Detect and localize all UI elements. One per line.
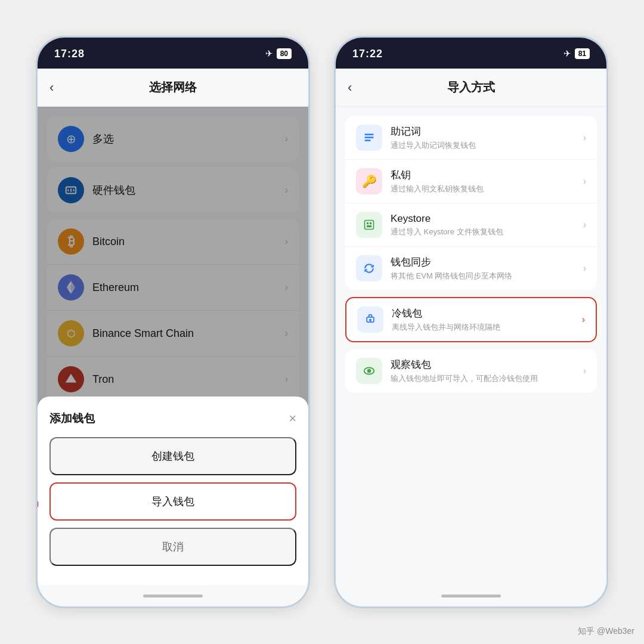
sync-name: 钱包同步 xyxy=(391,255,583,269)
bottom-sheet: 添加钱包 × 创建钱包 导入钱包 ➜ 取消 xyxy=(38,397,308,585)
battery-right: 81 xyxy=(575,48,590,59)
import-item-watch[interactable]: 观察钱包 输入钱包地址即可导入，可配合冷钱包使用 › xyxy=(345,349,597,392)
svg-rect-18 xyxy=(367,225,371,227)
coldwallet-name: 冷钱包 xyxy=(392,306,582,320)
chevron-privatekey: › xyxy=(583,176,586,187)
chevron-watchonly: › xyxy=(583,366,586,376)
phone-left: 17:28 ✈ 80 ‹ 选择网络 ⊕ 多选 › 硬件钱包 › xyxy=(36,36,310,608)
svg-rect-17 xyxy=(370,222,371,224)
chevron-keystore: › xyxy=(583,219,586,230)
phone-right: 17:22 ✈ 81 ‹ 导入方式 助记词 通过导入助记词恢复钱包 xyxy=(334,36,608,608)
coldwallet-text: 冷钱包 离线导入钱包并与网络环境隔绝 xyxy=(392,306,582,333)
mnemonic-text: 助记词 通过导入助记词恢复钱包 xyxy=(391,125,583,151)
back-button-right[interactable]: ‹ xyxy=(348,80,352,95)
status-bar-left: 17:28 ✈ 80 xyxy=(38,38,308,69)
svg-rect-14 xyxy=(365,140,371,141)
sync-icon xyxy=(356,255,382,281)
watchonly-text: 观察钱包 输入钱包地址即可导入，可配合冷钱包使用 xyxy=(391,358,583,384)
cold-wallet-inner: 冷钱包 离线导入钱包并与网络环境隔绝 › xyxy=(346,298,596,341)
bottom-sheet-header: 添加钱包 × xyxy=(49,411,296,426)
mnemonic-name: 助记词 xyxy=(391,125,583,138)
mnemonic-desc: 通过导入助记词恢复钱包 xyxy=(391,140,583,151)
keystore-text: Keystore 通过导入 Keystore 文件恢复钱包 xyxy=(391,213,583,237)
status-icons-right: ✈ 81 xyxy=(564,48,590,59)
privatekey-name: 私钥 xyxy=(391,168,583,182)
cold-wallet-item[interactable]: 冷钱包 离线导入钱包并与网络环境隔绝 › xyxy=(345,297,597,342)
import-item-keystore[interactable]: Keystore 通过导入 Keystore 文件恢复钱包 › xyxy=(345,203,597,247)
red-arrow-cold: ➜ xyxy=(336,320,342,340)
sync-text: 钱包同步 将其他 EVM 网络钱包同步至本网络 xyxy=(391,255,583,281)
import-wallet-button[interactable]: 导入钱包 xyxy=(49,482,296,521)
page-title-left: 选择网络 xyxy=(149,79,197,95)
watchonly-icon xyxy=(356,358,382,384)
battery-left: 80 xyxy=(277,48,292,59)
import-item-privatekey[interactable]: 🔑 私钥 通过输入明文私钥恢复钱包 › xyxy=(345,160,597,203)
page-header-right: ‹ 导入方式 xyxy=(336,69,606,107)
coldwallet-icon xyxy=(357,306,383,333)
home-indicator-right xyxy=(441,595,501,597)
bottom-sheet-title: 添加钱包 xyxy=(49,411,95,426)
home-bar-left xyxy=(38,585,308,606)
screen-content-right: 助记词 通过导入助记词恢复钱包 › 🔑 私钥 通过输入明文私钥恢复钱包 › xyxy=(336,107,606,585)
privatekey-text: 私钥 通过输入明文私钥恢复钱包 xyxy=(391,168,583,194)
svg-rect-15 xyxy=(365,221,374,230)
svg-rect-16 xyxy=(367,222,369,224)
bottom-sheet-overlay: 添加钱包 × 创建钱包 导入钱包 ➜ 取消 xyxy=(38,107,308,585)
page-header-left: ‹ 选择网络 xyxy=(38,69,308,107)
keystore-icon xyxy=(356,212,382,238)
watermark: 知乎 @Web3er xyxy=(578,626,634,637)
import-list: 助记词 通过导入助记词恢复钱包 › 🔑 私钥 通过输入明文私钥恢复钱包 › xyxy=(336,107,606,402)
svg-point-20 xyxy=(370,320,371,321)
svg-point-22 xyxy=(368,370,371,373)
privatekey-desc: 通过输入明文私钥恢复钱包 xyxy=(391,184,583,194)
home-bar-right xyxy=(336,585,606,606)
keystore-name: Keystore xyxy=(391,213,583,225)
watch-wallet-group: 观察钱包 输入钱包地址即可导入，可配合冷钱包使用 › xyxy=(345,349,597,392)
close-button[interactable]: × xyxy=(289,411,296,426)
svg-rect-13 xyxy=(365,137,374,138)
watchonly-desc: 输入钱包地址即可导入，可配合冷钱包使用 xyxy=(391,373,583,384)
time-left: 17:28 xyxy=(54,48,85,60)
privatekey-icon: 🔑 xyxy=(356,168,382,194)
time-right: 17:22 xyxy=(352,48,383,60)
sync-desc: 将其他 EVM 网络钱包同步至本网络 xyxy=(391,271,583,281)
keystore-desc: 通过导入 Keystore 文件恢复钱包 xyxy=(391,227,583,237)
status-bar-right: 17:22 ✈ 81 xyxy=(336,38,606,69)
red-arrow-import: ➜ xyxy=(38,492,46,514)
home-indicator-left xyxy=(143,595,203,597)
chevron-sync: › xyxy=(583,263,586,274)
import-group-1: 助记词 通过导入助记词恢复钱包 › 🔑 私钥 通过输入明文私钥恢复钱包 › xyxy=(345,116,597,290)
page-title-right: 导入方式 xyxy=(447,79,495,95)
cold-wallet-container: 冷钱包 离线导入钱包并与网络环境隔绝 › ➜ xyxy=(345,297,597,342)
watchonly-name: 观察钱包 xyxy=(391,358,583,371)
import-item-sync[interactable]: 钱包同步 将其他 EVM 网络钱包同步至本网络 › xyxy=(345,247,597,290)
import-item-mnemonic[interactable]: 助记词 通过导入助记词恢复钱包 › xyxy=(345,116,597,160)
chevron-mnemonic: › xyxy=(583,132,586,143)
airplane-icon-right: ✈ xyxy=(564,48,571,59)
create-wallet-button[interactable]: 创建钱包 xyxy=(49,437,296,475)
cancel-button[interactable]: 取消 xyxy=(49,528,296,566)
svg-rect-12 xyxy=(365,134,374,135)
status-icons-left: ✈ 80 xyxy=(265,48,292,59)
airplane-icon-left: ✈ xyxy=(265,48,273,59)
mnemonic-icon xyxy=(356,125,382,151)
back-button-left[interactable]: ‹ xyxy=(49,80,54,95)
coldwallet-desc: 离线导入钱包并与网络环境隔绝 xyxy=(392,322,582,333)
chevron-coldwallet: › xyxy=(582,314,585,325)
screen-content-left: ⊕ 多选 › 硬件钱包 › ₿ Bitcoin › xyxy=(38,107,308,585)
